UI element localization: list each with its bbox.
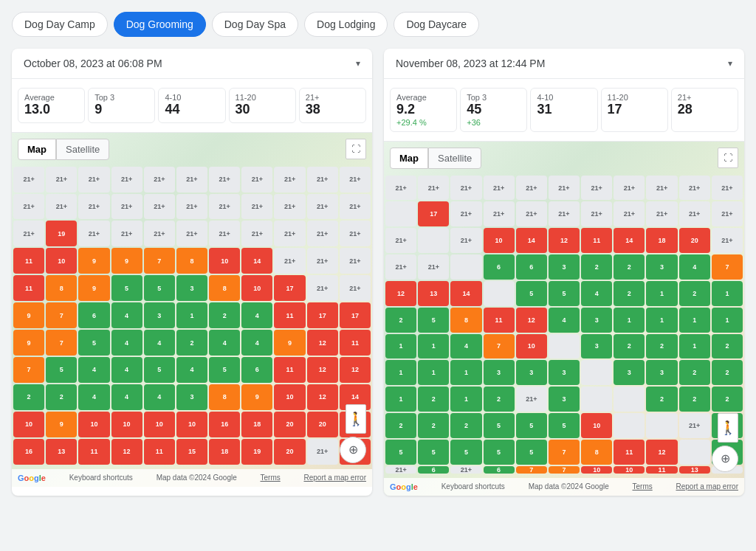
grid-cell[interactable]: 21+ xyxy=(307,275,338,301)
grid-cell[interactable]: 21+ xyxy=(450,466,481,474)
grid-cell[interactable]: 14 xyxy=(241,248,272,274)
grid-cell[interactable]: 8 xyxy=(209,275,240,301)
grid-cell[interactable]: 21+ xyxy=(241,167,272,193)
grid-cell[interactable]: 5 xyxy=(450,440,481,465)
grid-cell[interactable]: 21+ xyxy=(111,194,142,220)
grid-cell[interactable]: 21+ xyxy=(450,176,481,201)
grid-cell[interactable]: 3 xyxy=(646,254,677,280)
tab-dog-grooming[interactable]: Dog Grooming xyxy=(114,12,206,37)
grid-cell[interactable]: 11 xyxy=(13,248,44,274)
grid-cell[interactable]: 3 xyxy=(484,360,515,385)
grid-cell[interactable]: 12 xyxy=(549,228,580,253)
grid-cell[interactable]: 2 xyxy=(484,387,515,412)
grid-cell[interactable]: 4 xyxy=(176,357,207,383)
grid-cell[interactable]: 21+ xyxy=(516,201,547,226)
grid-cell[interactable]: 21+ xyxy=(241,194,272,220)
grid-cell[interactable]: 1 xyxy=(450,387,481,412)
grid-cell[interactable]: 4 xyxy=(78,384,109,410)
grid-cell[interactable]: 9 xyxy=(13,302,44,328)
grid-cell[interactable]: 5 xyxy=(418,308,449,333)
grid-cell[interactable]: 4 xyxy=(679,254,710,280)
grid-cell[interactable]: 21+ xyxy=(712,201,743,226)
grid-cell[interactable]: 20 xyxy=(679,228,710,253)
grid-cell[interactable]: 21+ xyxy=(13,221,44,246)
grid-cell[interactable]: 21+ xyxy=(484,201,515,226)
grid-cell[interactable]: 21+ xyxy=(241,221,272,246)
grid-cell[interactable]: 2 xyxy=(581,254,612,280)
grid-cell[interactable]: 3 xyxy=(581,308,612,333)
grid-cell[interactable]: 2 xyxy=(679,281,710,306)
grid-cell[interactable]: 1 xyxy=(712,281,743,306)
grid-cell[interactable]: 21+ xyxy=(209,194,240,220)
grid-cell[interactable]: 14 xyxy=(450,281,481,306)
tab-dog-day-camp[interactable]: Dog Day Camp xyxy=(12,12,108,37)
grid-cell[interactable] xyxy=(484,281,515,306)
grid-cell[interactable]: 1 xyxy=(418,360,449,385)
grid-cell[interactable]: 18 xyxy=(209,439,240,465)
grid-cell[interactable]: 21+ xyxy=(549,201,580,226)
grid-cell[interactable]: 21+ xyxy=(144,194,175,220)
grid-cell[interactable]: 12 xyxy=(307,384,338,410)
grid-cell[interactable]: 9 xyxy=(111,248,142,274)
grid-cell[interactable]: 10 xyxy=(176,412,207,437)
grid-cell[interactable]: 10 xyxy=(581,413,612,438)
grid-cell[interactable] xyxy=(418,228,449,253)
grid-cell[interactable]: 4 xyxy=(78,357,109,383)
pegman-button-right[interactable]: 🚶 xyxy=(718,413,738,443)
grid-cell[interactable]: 21+ xyxy=(78,194,109,220)
grid-cell[interactable]: 1 xyxy=(646,281,677,306)
grid-cell[interactable]: 7 xyxy=(46,330,77,356)
grid-cell[interactable]: 3 xyxy=(614,360,645,385)
grid-cell[interactable]: 2 xyxy=(385,413,416,438)
grid-cell[interactable]: 9 xyxy=(46,412,77,437)
grid-cell[interactable]: 3 xyxy=(176,275,207,301)
grid-cell[interactable]: 21+ xyxy=(307,248,338,274)
grid-cell[interactable]: 21+ xyxy=(340,275,371,301)
grid-cell[interactable]: 20 xyxy=(274,439,305,465)
grid-cell[interactable]: 8 xyxy=(176,248,207,274)
navigate-button-right[interactable]: ⊕ xyxy=(712,446,738,472)
grid-cell[interactable]: 2 xyxy=(679,360,710,385)
map-type-satellite[interactable]: Satellite xyxy=(56,139,109,160)
grid-cell[interactable]: 13 xyxy=(679,466,710,474)
grid-cell[interactable] xyxy=(549,334,580,359)
grid-cell[interactable]: 5 xyxy=(484,440,515,465)
grid-cell[interactable]: 21+ xyxy=(614,201,645,226)
grid-cell[interactable]: 10 xyxy=(274,384,305,410)
grid-cell[interactable] xyxy=(614,387,645,412)
grid-cell[interactable]: 5 xyxy=(46,357,77,383)
pegman-button[interactable]: 🚶 xyxy=(346,404,366,434)
grid-cell[interactable]: 21+ xyxy=(340,221,371,246)
grid-cell[interactable]: 1 xyxy=(712,308,743,333)
grid-cell[interactable]: 21+ xyxy=(274,167,305,193)
grid-cell[interactable]: 2 xyxy=(646,334,677,359)
grid-cell[interactable]: 21+ xyxy=(46,194,77,220)
grid-cell[interactable]: 1 xyxy=(176,302,207,328)
grid-cell[interactable]: 21+ xyxy=(340,167,371,193)
grid-cell[interactable]: 5 xyxy=(516,281,547,306)
grid-cell[interactable]: 21+ xyxy=(209,167,240,193)
grid-cell[interactable]: 9 xyxy=(13,330,44,356)
grid-cell[interactable]: 13 xyxy=(418,281,449,306)
grid-cell[interactable]: 21+ xyxy=(679,201,710,226)
grid-cell[interactable]: 21+ xyxy=(385,254,416,280)
grid-cell[interactable]: 1 xyxy=(450,360,481,385)
grid-cell[interactable] xyxy=(679,440,710,465)
grid-cell[interactable]: 9 xyxy=(274,330,305,356)
grid-cell[interactable]: 11 xyxy=(78,439,109,465)
grid-cell[interactable]: 4 xyxy=(241,330,272,356)
grid-cell[interactable]: 7 xyxy=(46,302,77,328)
map-type-map-right[interactable]: Map xyxy=(390,148,428,169)
grid-cell[interactable] xyxy=(614,413,645,438)
grid-cell[interactable] xyxy=(450,254,481,280)
grid-cell[interactable]: 12 xyxy=(516,308,547,333)
grid-cell[interactable]: 14 xyxy=(516,228,547,253)
grid-cell[interactable]: 21+ xyxy=(111,221,142,246)
grid-cell[interactable]: 7 xyxy=(484,334,515,359)
grid-cell[interactable]: 21+ xyxy=(340,194,371,220)
grid-cell[interactable]: 12 xyxy=(340,357,371,383)
grid-cell[interactable]: 21+ xyxy=(516,387,547,412)
grid-cell[interactable]: 21+ xyxy=(307,194,338,220)
grid-cell[interactable]: 21+ xyxy=(111,167,142,193)
grid-cell[interactable]: 4 xyxy=(581,281,612,306)
